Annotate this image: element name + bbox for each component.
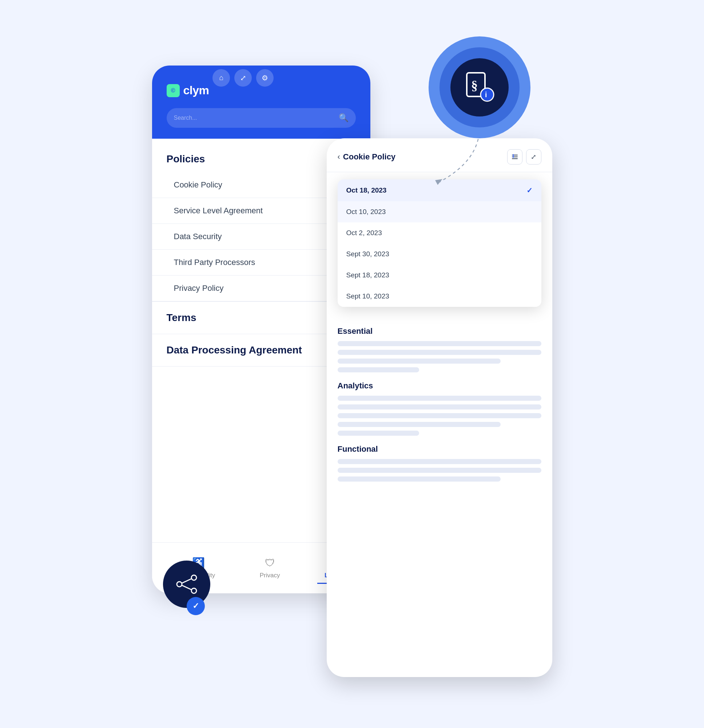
functional-title: Functional bbox=[338, 445, 541, 454]
panel-title: Cookie Policy bbox=[343, 152, 395, 162]
svg-point-13 bbox=[191, 575, 196, 580]
list-view-button[interactable] bbox=[507, 149, 522, 165]
functional-content bbox=[338, 459, 541, 482]
check-icon-0: ✓ bbox=[527, 186, 532, 195]
settings-button[interactable]: ⚙ bbox=[256, 69, 274, 87]
right-phone-panel: ‹ Cookie Policy ⤢ bbox=[327, 138, 552, 677]
svg-line-15 bbox=[182, 579, 191, 583]
home-button[interactable]: ⌂ bbox=[212, 69, 230, 87]
logo-icon: © bbox=[167, 84, 180, 97]
shield-icon: 🛡 bbox=[265, 557, 275, 569]
share-icon bbox=[176, 573, 198, 595]
dropdown-date-4: Sept 18, 2023 bbox=[346, 271, 389, 279]
svg-text:§: § bbox=[471, 78, 478, 93]
back-button[interactable]: ‹ Cookie Policy bbox=[338, 152, 396, 162]
svg-point-14 bbox=[191, 588, 196, 593]
svg-line-16 bbox=[182, 585, 191, 590]
svg-rect-9 bbox=[512, 158, 518, 159]
search-icon: 🔍 bbox=[339, 113, 349, 123]
essential-title: Essential bbox=[338, 326, 541, 336]
left-panel-header: © clym ⌂ ⤢ ⚙ 🔍 bbox=[152, 65, 370, 139]
analytics-title: Analytics bbox=[338, 381, 541, 391]
nav-item-privacy[interactable]: 🛡 Privacy bbox=[252, 553, 287, 583]
header-actions: ⌂ ⤢ ⚙ bbox=[212, 69, 274, 87]
expand-button[interactable]: ⤢ bbox=[234, 69, 252, 87]
search-input[interactable] bbox=[174, 115, 335, 121]
share-checkmark-badge: ✓ bbox=[187, 597, 205, 615]
dropdown-date-3: Sept 30, 2023 bbox=[346, 250, 389, 258]
date-dropdown[interactable]: Oct 18, 2023 ✓ Oct 10, 2023 Oct 2, 2023 … bbox=[338, 179, 541, 307]
dropdown-item-3[interactable]: Sept 30, 2023 bbox=[338, 244, 541, 264]
top-legal-badge: § i bbox=[428, 36, 531, 138]
dropdown-item-5[interactable]: Sept 10, 2023 bbox=[338, 286, 541, 307]
svg-point-10 bbox=[513, 155, 514, 156]
dropdown-item-2[interactable]: Oct 2, 2023 bbox=[338, 222, 541, 244]
dropdown-item-4[interactable]: Sept 18, 2023 bbox=[338, 264, 541, 286]
dropdown-date-1: Oct 10, 2023 bbox=[346, 208, 386, 216]
dropdown-date-5: Sept 10, 2023 bbox=[346, 292, 389, 300]
svg-point-12 bbox=[177, 582, 182, 587]
dpa-title: Data Processing Agreement bbox=[167, 344, 302, 355]
dropdown-item-1[interactable]: Oct 10, 2023 bbox=[338, 201, 541, 222]
logo-area: © clym ⌂ ⤢ ⚙ bbox=[167, 84, 356, 97]
svg-point-11 bbox=[513, 156, 514, 157]
panel-actions: ⤢ bbox=[507, 149, 541, 165]
svg-point-2 bbox=[480, 88, 494, 101]
badge-inner-ring: § i bbox=[440, 47, 519, 127]
checkmark-icon: ✓ bbox=[192, 601, 199, 611]
search-bar: 🔍 bbox=[167, 108, 356, 128]
svg-marker-4 bbox=[435, 179, 442, 185]
analytics-content bbox=[338, 396, 541, 436]
right-panel-content: Oct 18, 2023 ✓ Oct 10, 2023 Oct 2, 2023 … bbox=[327, 172, 552, 493]
terms-title: Terms bbox=[167, 312, 196, 323]
logo-text: clym bbox=[183, 84, 209, 97]
dropdown-date-0: Oct 18, 2023 bbox=[346, 186, 387, 194]
svg-text:i: i bbox=[485, 91, 487, 99]
back-chevron-icon: ‹ bbox=[338, 152, 340, 162]
legal-document-icon: § i bbox=[463, 71, 496, 104]
badge-core: § i bbox=[450, 58, 509, 117]
dropdown-date-2: Oct 2, 2023 bbox=[346, 229, 382, 237]
fullscreen-button[interactable]: ⤢ bbox=[526, 149, 541, 165]
dropdown-area: Oct 18, 2023 ✓ Oct 10, 2023 Oct 2, 2023 … bbox=[338, 179, 541, 318]
essential-content bbox=[338, 341, 541, 373]
policies-title: Policies bbox=[167, 153, 205, 165]
